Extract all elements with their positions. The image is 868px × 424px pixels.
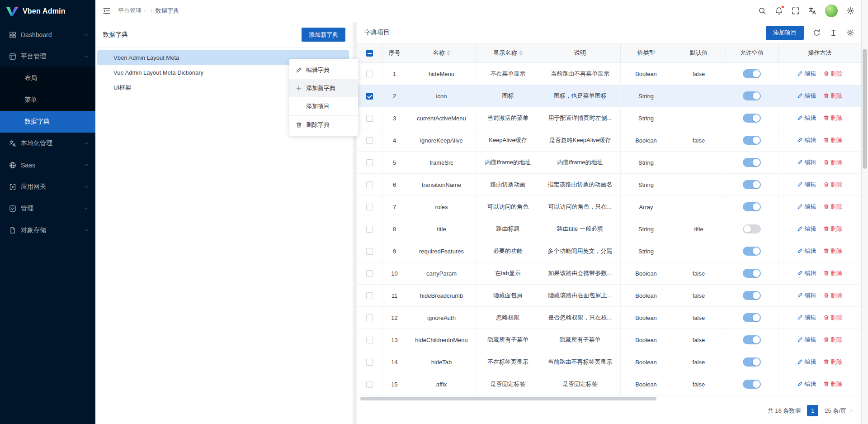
context-menu-item-2[interactable]: 添加项目: [289, 97, 358, 115]
row-checkbox[interactable]: [366, 337, 373, 343]
context-menu-item-3[interactable]: 删除字典: [289, 115, 358, 133]
sort-icon[interactable]: [447, 50, 450, 56]
column-header-1[interactable]: 名称: [407, 43, 476, 63]
delete-link[interactable]: 删除: [823, 269, 842, 277]
delete-link[interactable]: 删除: [823, 203, 842, 211]
row-checkbox[interactable]: [366, 71, 373, 77]
allow-null-toggle[interactable]: [743, 291, 761, 300]
add-item-button[interactable]: 添加项目: [766, 26, 804, 40]
delete-link[interactable]: 删除: [823, 358, 842, 366]
delete-link[interactable]: 删除: [823, 136, 842, 144]
edit-link[interactable]: 编辑: [797, 203, 816, 211]
settings-gear-icon[interactable]: [846, 7, 854, 15]
allow-null-toggle[interactable]: [743, 180, 761, 189]
sidebar-collapse-icon[interactable]: [103, 7, 111, 15]
row-checkbox[interactable]: [366, 248, 373, 255]
row-checkbox[interactable]: [366, 359, 373, 366]
delete-link[interactable]: 删除: [823, 181, 842, 189]
sidebar-subitem-布局[interactable]: 布局: [0, 67, 95, 89]
horizontal-scrollbar[interactable]: [358, 397, 860, 400]
add-dictionary-button[interactable]: 添加新字典: [302, 28, 345, 42]
app-logo[interactable]: Vben Admin: [0, 0, 95, 22]
edit-link[interactable]: 编辑: [797, 358, 816, 366]
sidebar-item-locale[interactable]: 本地化管理: [0, 133, 95, 154]
vertical-scrollbar-thumb[interactable]: [863, 49, 867, 169]
allow-null-toggle[interactable]: [743, 224, 761, 233]
select-all-checkbox[interactable]: [366, 50, 373, 57]
search-icon[interactable]: [758, 7, 766, 15]
page-size-select[interactable]: 25 条/页: [825, 407, 853, 415]
table-settings-icon[interactable]: [846, 29, 854, 37]
translate-icon[interactable]: [808, 7, 816, 15]
row-checkbox[interactable]: [366, 270, 373, 277]
user-avatar[interactable]: [825, 5, 838, 17]
allow-null-toggle[interactable]: [743, 114, 761, 123]
row-checkbox[interactable]: [366, 93, 373, 100]
delete-link[interactable]: 删除: [823, 92, 842, 100]
delete-link[interactable]: 删除: [823, 114, 842, 122]
edit-link[interactable]: 编辑: [797, 70, 816, 78]
edit-link[interactable]: 编辑: [797, 225, 816, 233]
delete-link[interactable]: 删除: [823, 336, 842, 344]
sidebar-subitem-数据字典[interactable]: 数据字典: [0, 111, 95, 133]
context-menu-item-0[interactable]: 编辑字典: [289, 61, 358, 79]
delete-link[interactable]: 删除: [823, 380, 842, 388]
allow-null-toggle[interactable]: [743, 269, 761, 278]
edit-link[interactable]: 编辑: [797, 336, 816, 344]
sidebar-item-gateway[interactable]: 应用网关: [0, 176, 95, 198]
context-menu-item-1[interactable]: 添加新字典: [289, 79, 358, 97]
horizontal-scrollbar-thumb[interactable]: [360, 397, 656, 400]
breadcrumb-item-platform[interactable]: 平台管理: [118, 7, 147, 15]
delete-link[interactable]: 删除: [823, 314, 842, 322]
allow-null-toggle[interactable]: [743, 357, 761, 367]
row-checkbox[interactable]: [366, 159, 373, 166]
edit-link[interactable]: 编辑: [797, 380, 816, 388]
refresh-icon[interactable]: [813, 29, 821, 37]
column-header-2[interactable]: 显示名称: [476, 43, 540, 63]
edit-link[interactable]: 编辑: [797, 114, 816, 122]
sidebar-item-platform[interactable]: 平台管理: [0, 46, 95, 67]
edit-link[interactable]: 编辑: [797, 92, 816, 100]
edit-link[interactable]: 编辑: [797, 136, 816, 144]
allow-null-toggle[interactable]: [743, 91, 761, 100]
edit-link[interactable]: 编辑: [797, 291, 816, 300]
delete-link[interactable]: 删除: [823, 225, 842, 233]
cell-actions: 编辑删除: [778, 329, 861, 351]
row-checkbox[interactable]: [366, 226, 373, 233]
row-checkbox[interactable]: [366, 314, 373, 321]
allow-null-toggle[interactable]: [743, 380, 761, 389]
delete-link[interactable]: 删除: [823, 291, 842, 300]
allow-null-toggle[interactable]: [743, 158, 761, 167]
row-checkbox[interactable]: [366, 137, 373, 144]
row-checkbox[interactable]: [366, 381, 373, 388]
row-checkbox[interactable]: [366, 204, 373, 210]
sidebar-subitem-菜单[interactable]: 菜单: [0, 89, 95, 111]
row-checkbox[interactable]: [366, 292, 373, 299]
row-checkbox[interactable]: [366, 115, 373, 122]
edit-link[interactable]: 编辑: [797, 247, 816, 255]
allow-null-toggle[interactable]: [743, 202, 761, 211]
delete-link[interactable]: 删除: [823, 158, 842, 167]
pagination-page-1[interactable]: 1: [807, 405, 818, 416]
row-height-icon[interactable]: [830, 29, 837, 37]
allow-null-toggle[interactable]: [743, 335, 761, 344]
edit-link[interactable]: 编辑: [797, 181, 816, 189]
notification-button[interactable]: [775, 7, 783, 15]
row-checkbox[interactable]: [366, 181, 373, 188]
delete-link[interactable]: 删除: [823, 70, 842, 78]
allow-null-toggle[interactable]: [743, 247, 761, 256]
allow-null-toggle[interactable]: [743, 136, 761, 145]
fullscreen-icon[interactable]: [792, 7, 800, 15]
allow-null-toggle[interactable]: [743, 69, 761, 78]
edit-link[interactable]: 编辑: [797, 314, 816, 322]
sort-icon[interactable]: [519, 50, 523, 56]
sidebar-item-manage[interactable]: 管理: [0, 198, 95, 219]
sidebar-item-dashboard[interactable]: Dashboard: [0, 24, 95, 46]
allow-null-toggle[interactable]: [743, 313, 761, 322]
delete-link[interactable]: 删除: [823, 247, 842, 255]
edit-link[interactable]: 编辑: [797, 269, 816, 277]
vertical-scrollbar[interactable]: [861, 0, 868, 424]
sidebar-item-storage[interactable]: 对象存储: [0, 219, 95, 241]
sidebar-item-saas[interactable]: Saas: [0, 154, 95, 176]
edit-link[interactable]: 编辑: [797, 158, 816, 167]
